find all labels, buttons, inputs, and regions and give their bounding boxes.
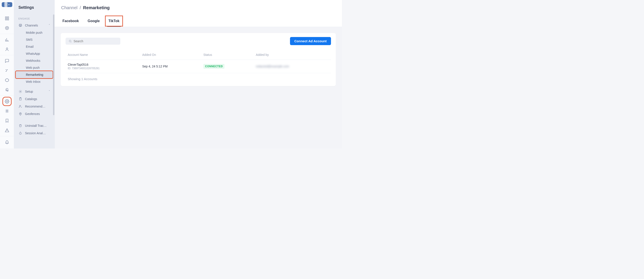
account-added-on: Sep 4, 24 5:12 PM <box>140 60 201 73</box>
tabs: Facebook Google TikTok <box>61 16 335 27</box>
svg-point-15 <box>20 91 21 92</box>
debug-icon[interactable] <box>4 108 10 114</box>
sidebar-section-label: ENGAGE <box>14 13 54 22</box>
search-input[interactable] <box>74 39 117 43</box>
svg-rect-2 <box>7 19 8 20</box>
support-icon[interactable] <box>4 87 10 92</box>
table-header-row: Account Name Added On Status Added by <box>66 50 331 60</box>
sidebar-sub-web-push[interactable]: Web push <box>16 64 52 71</box>
settings-sidebar: Settings ENGAGE Channels ˄ Mobile push S… <box>14 0 54 148</box>
main-body: Connect Ad Account Account Name Added On… <box>54 27 342 148</box>
analytics-icon[interactable] <box>4 37 10 42</box>
sidebar-item-label: Uninstall Trac… <box>25 124 50 127</box>
search-box[interactable] <box>66 38 120 45</box>
sidebar-sub-remarketing[interactable]: Remarketing <box>16 71 52 78</box>
sidebar-item-label: Recommend… <box>25 105 50 108</box>
audience-icon[interactable] <box>4 47 10 52</box>
table-row[interactable]: CleverTap0516 ID: 7369734931028705281 Se… <box>66 60 331 73</box>
svg-rect-0 <box>5 17 6 18</box>
sidebar-item-label: Geofences <box>25 112 50 116</box>
svg-point-19 <box>20 113 21 114</box>
chevron-down-icon: ˅ <box>49 90 50 93</box>
breadcrumb-parent[interactable]: Channel <box>61 5 78 10</box>
tab-google[interactable]: Google <box>86 16 101 27</box>
pin-icon <box>18 112 22 116</box>
svg-rect-14 <box>20 26 21 26</box>
device-icon <box>4 2 8 7</box>
svg-point-18 <box>20 105 20 106</box>
sidebar-item-session-analytics[interactable]: Session Anal… <box>14 129 54 137</box>
svg-rect-3 <box>5 19 6 20</box>
col-added-on: Added On <box>140 50 201 60</box>
person-check-icon <box>18 104 22 108</box>
account-added-by: redacted@example.com <box>256 65 289 68</box>
svg-point-21 <box>69 40 71 42</box>
col-status: Status <box>201 50 254 60</box>
col-account-name: Account Name <box>66 50 140 60</box>
clipboard-icon <box>18 97 22 101</box>
svg-point-7 <box>6 101 8 102</box>
messages-icon[interactable] <box>4 58 10 63</box>
bookmark-icon[interactable] <box>4 118 10 123</box>
sidebar-item-geofences[interactable]: Geofences <box>14 110 54 118</box>
scrollbar-thumb[interactable] <box>53 14 54 115</box>
project-switcher[interactable]: ▾ <box>2 2 12 7</box>
bell-icon[interactable] <box>4 139 10 145</box>
col-added-by: Added by <box>254 50 331 60</box>
trash-icon <box>18 124 22 128</box>
sidebar-item-label: Setup <box>25 90 46 93</box>
tab-tiktok[interactable]: TikTok <box>107 16 121 27</box>
sidebar-sub-whatsapp[interactable]: WhatsApp <box>16 50 52 57</box>
connect-ad-account-button[interactable]: Connect Ad Account <box>290 37 331 45</box>
sidebar-title: Settings <box>14 0 54 13</box>
sidebar-sub-sms[interactable]: SMS <box>16 36 52 43</box>
sidebar-sub-email[interactable]: Email <box>16 43 52 50</box>
account-name: CleverTap0516 <box>68 63 138 66</box>
search-icon <box>68 39 72 43</box>
sidebar-item-recommendations[interactable]: Recommend… <box>14 103 54 110</box>
sidebar-item-uninstall-tracking[interactable]: Uninstall Trac… <box>14 122 54 129</box>
status-badge: CONNECTED <box>204 64 225 69</box>
svg-point-20 <box>19 132 21 134</box>
breadcrumb: Channel / Remarketing <box>61 5 335 10</box>
table-footer: Showing 1 Accounts <box>66 73 331 81</box>
sidebar-item-label: Catalogs <box>25 97 50 101</box>
account-id: ID: 7369734931028705281 <box>68 67 138 70</box>
boards-icon[interactable] <box>4 16 10 21</box>
svg-rect-1 <box>7 17 8 18</box>
tab-facebook[interactable]: Facebook <box>61 16 80 27</box>
svg-point-8 <box>6 110 8 112</box>
sidebar-sub-mobile-push[interactable]: Mobile push <box>16 29 52 36</box>
svg-point-4 <box>5 26 8 30</box>
breadcrumb-current: Remarketing <box>83 5 110 10</box>
printer-icon <box>18 23 22 27</box>
warning-icon[interactable] <box>4 128 10 133</box>
campaigns-icon[interactable] <box>4 77 10 83</box>
sidebar-item-catalogs[interactable]: Catalogs <box>14 95 54 103</box>
accounts-card: Connect Ad Account Account Name Added On… <box>61 33 336 86</box>
sidebar-item-setup[interactable]: Setup ˅ <box>14 88 54 95</box>
journeys-icon[interactable] <box>4 68 10 73</box>
sidebar-item-channels[interactable]: Channels ˄ <box>14 22 54 29</box>
chevron-down-icon: ▾ <box>8 3 10 6</box>
sidebar-sub-web-inbox[interactable]: Web Inbox <box>16 78 52 85</box>
main-header: Channel / Remarketing Facebook Google Ti… <box>54 0 342 27</box>
target-icon[interactable] <box>4 25 10 31</box>
chevron-up-icon: ˄ <box>49 24 50 27</box>
svg-point-5 <box>6 27 8 29</box>
breadcrumb-separator: / <box>80 5 81 10</box>
settings-gear-icon[interactable] <box>4 99 10 104</box>
sidebar-item-label: Channels <box>25 24 46 27</box>
stopwatch-icon <box>18 131 22 135</box>
main: Channel / Remarketing Facebook Google Ti… <box>54 0 342 148</box>
sidebar-item-label: Session Anal… <box>25 131 50 135</box>
accounts-table: Account Name Added On Status Added by Cl… <box>66 50 331 73</box>
icon-rail: ▾ <box>0 0 14 148</box>
gear-outline-icon <box>18 90 22 93</box>
sidebar-sub-webhooks[interactable]: Webhooks <box>16 57 52 64</box>
svg-point-6 <box>6 48 8 49</box>
